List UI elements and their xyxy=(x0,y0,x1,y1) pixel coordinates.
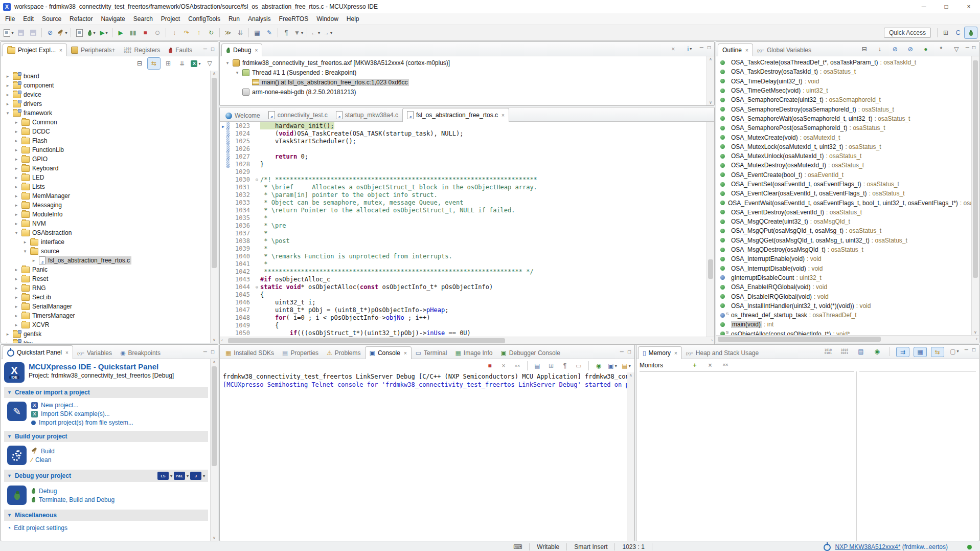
outline-item[interactable]: OSA_DisableIRQGlobal(void) : void xyxy=(716,292,971,301)
new-memory-tab-button[interactable]: ▤ xyxy=(855,347,867,356)
tree-item-flash[interactable]: ▸Flash xyxy=(1,136,210,145)
split-layout-button[interactable]: ▢▾ xyxy=(948,347,961,356)
debug-perspective-button[interactable] xyxy=(964,27,977,39)
chevron-down-icon[interactable]: ▾ xyxy=(14,230,19,235)
minimize-view-button[interactable]: ─ xyxy=(700,45,703,54)
maximize-view-button[interactable]: □ xyxy=(628,349,631,355)
add-memory-monitor-button[interactable]: + xyxy=(689,361,701,369)
run-button[interactable]: ▶▾ xyxy=(98,27,110,38)
close-icon[interactable]: × xyxy=(745,48,748,53)
chevron-right-icon[interactable]: ▸ xyxy=(14,175,19,180)
outline-item[interactable]: OSA_MutexCreate(void) : osaMutexId_t xyxy=(716,133,971,142)
tree-item-lists[interactable]: ▸Lists xyxy=(1,182,210,191)
tree-item-panic[interactable]: ▸Panic xyxy=(1,265,210,274)
tree-item-serialmanager[interactable]: ▸SerialManager xyxy=(1,302,210,311)
drop-to-frame-button[interactable]: ⇊ xyxy=(234,27,246,38)
outline-item[interactable]: OSA_TaskCreate(osaThreadDef_t*, osaTaskP… xyxy=(716,58,971,67)
minimize-button[interactable]: ─ xyxy=(913,0,935,13)
minimize-view-button[interactable]: ─ xyxy=(620,349,624,355)
close-icon[interactable]: × xyxy=(65,350,69,356)
outline-item[interactable]: SosObjectAlloc(const osObjectInfo_t*) : … xyxy=(716,329,971,335)
tab-image-info[interactable]: ▦Image Info xyxy=(451,347,496,359)
tab-debug[interactable]: Debug× xyxy=(221,43,262,56)
open-perspective-button[interactable]: ⊞ xyxy=(940,27,952,38)
menu-configtools[interactable]: ConfigTools xyxy=(184,14,224,24)
step-return-button[interactable]: ↑ xyxy=(193,27,205,38)
word-wrap-button[interactable]: ¶ xyxy=(559,360,571,371)
outline-item[interactable]: OSA_InterruptEnable(void) : void xyxy=(716,254,971,263)
outline-item[interactable]: OSA_MutexDestroy(osaMutexId_t) : osaStat… xyxy=(716,161,971,170)
chevron-right-icon[interactable]: ▸ xyxy=(14,157,19,162)
minimize-view-button[interactable]: ─ xyxy=(203,46,207,52)
tab-outline[interactable]: Outline× xyxy=(718,43,753,56)
tab-terminal[interactable]: ▭Terminal xyxy=(412,347,451,359)
link-import-project-s-from-file-system[interactable]: Import project(s) from file system... xyxy=(31,419,133,426)
tab-installed-sdks[interactable]: ▦Installed SDKs xyxy=(221,347,278,359)
tree-item-led[interactable]: ▸LED xyxy=(1,173,210,182)
chevron-right-icon[interactable]: ▸ xyxy=(14,322,19,327)
save-all-button[interactable] xyxy=(27,27,39,38)
outline-sort-button[interactable]: ↓ xyxy=(874,45,886,54)
chevron-right-icon[interactable]: ▸ xyxy=(14,313,19,318)
project-tree-scrollbar[interactable]: ∧ ∨ xyxy=(210,71,218,343)
tree-item-source[interactable]: ▾source xyxy=(1,247,210,256)
close-icon[interactable]: × xyxy=(255,48,258,53)
tree-item-rng[interactable]: ▸RNG xyxy=(1,283,210,293)
tab-connectivity-test-c[interactable]: .cconnectivity_test.c xyxy=(264,108,332,121)
outline-item[interactable]: OSA_EventClear(osaEventId_t, osaEventFla… xyxy=(716,189,971,198)
section-header-create-or-import-a-project[interactable]: ▼Create or import a project xyxy=(4,387,208,398)
code-editor[interactable]: ▶1023 hardware_init();1024 (void)OSA_Tas… xyxy=(220,122,706,337)
menu-edit[interactable]: Edit xyxy=(19,14,38,24)
instruction-stepping-button[interactable]: ≫ xyxy=(222,27,234,38)
chevron-down-icon[interactable]: ▾ xyxy=(5,111,10,116)
outline-item[interactable]: OSA_EventDestroy(osaEventId_t) : osaStat… xyxy=(716,208,971,217)
scroll-lock-button[interactable]: ⊞ xyxy=(545,360,557,371)
tab-debugger-console[interactable]: ▣Debugger Console xyxy=(497,347,564,359)
close-icon[interactable]: × xyxy=(502,113,505,118)
outline-item[interactable]: OSA_SemaphoreCreate(uint32_t) : osaSemap… xyxy=(716,95,971,104)
chevron-right-icon[interactable]: ▸ xyxy=(5,92,10,97)
menu-navigate[interactable]: Navigate xyxy=(97,14,129,24)
tab-console[interactable]: ▣Console× xyxy=(365,346,412,359)
chevron-right-icon[interactable]: ▸ xyxy=(14,147,19,152)
tree-item-framework[interactable]: ▾framework xyxy=(1,108,210,118)
menu-help[interactable]: Help xyxy=(343,14,363,24)
outline-collapse-all-button[interactable]: ⊟ xyxy=(858,45,871,54)
menu-analysis[interactable]: Analysis xyxy=(244,14,275,24)
menu-window[interactable]: Window xyxy=(312,14,343,24)
chevron-right-icon[interactable]: ▸ xyxy=(31,258,36,263)
line-ruler[interactable]: ▶ xyxy=(220,122,226,129)
switch-memory-layout-button[interactable]: ⇆ xyxy=(931,347,944,357)
maximize-view-button[interactable]: □ xyxy=(972,347,975,357)
probe-ls-button[interactable]: LS xyxy=(157,472,169,480)
collapse-all-button[interactable]: ⊟ xyxy=(133,58,146,69)
remove-all-memory-monitors-button[interactable]: ×× xyxy=(719,361,732,369)
tab-global-variables[interactable]: (x)=Global Variables xyxy=(753,44,815,56)
remove-all-terminated-button[interactable]: × xyxy=(667,45,679,54)
hide-static-members-button[interactable]: ⊘ xyxy=(904,45,917,54)
close-icon[interactable]: × xyxy=(59,48,62,53)
export-memory-button[interactable]: 10100101 xyxy=(822,347,834,356)
ide-settings-button[interactable]: ✎ xyxy=(263,27,276,38)
link-with-editor-button[interactable]: ⇆ xyxy=(147,57,161,70)
step-over-button[interactable]: ↷ xyxy=(180,27,193,38)
quick-access-button[interactable]: Quick Access xyxy=(884,28,931,38)
chevron-right-icon[interactable]: ▸ xyxy=(14,221,19,226)
refresh-button[interactable]: ⇊ xyxy=(176,58,188,69)
outline-item[interactable]: OSA_SemaphoreWait(osaSemaphoreId_t, uint… xyxy=(716,114,971,123)
new-wizard-button[interactable]: ▾ xyxy=(3,27,15,38)
outline-item[interactable]: OSA_EnableIRQGlobal(void) : void xyxy=(716,282,971,292)
chevron-right-icon[interactable]: ▸ xyxy=(14,212,19,217)
forward-button[interactable]: →▾ xyxy=(322,27,334,38)
import-memory-button[interactable]: 10100101 xyxy=(838,347,851,356)
quickstart-scrollbar[interactable]: ∧ ∨ xyxy=(210,359,218,541)
outline-item[interactable]: OSA_SemaphorePost(osaSemaphoreId_t) : os… xyxy=(716,123,971,133)
outline-filters-button[interactable]: * xyxy=(935,45,947,54)
suspend-button[interactable]: ▮▮ xyxy=(127,27,139,38)
clear-console-button[interactable]: ▭ xyxy=(573,360,585,371)
tab-memory[interactable]: ▯Memory× xyxy=(638,346,682,359)
back-button[interactable]: ←▾ xyxy=(309,27,322,38)
tree-item-interface[interactable]: ▸interface xyxy=(1,237,210,247)
outline-item[interactable]: OSA_TaskDestroy(osaTaskId_t) : osaStatus… xyxy=(716,67,971,76)
outline-item[interactable]: OSA_EventWait(osaEventId_t, osaEventFlag… xyxy=(716,198,971,207)
